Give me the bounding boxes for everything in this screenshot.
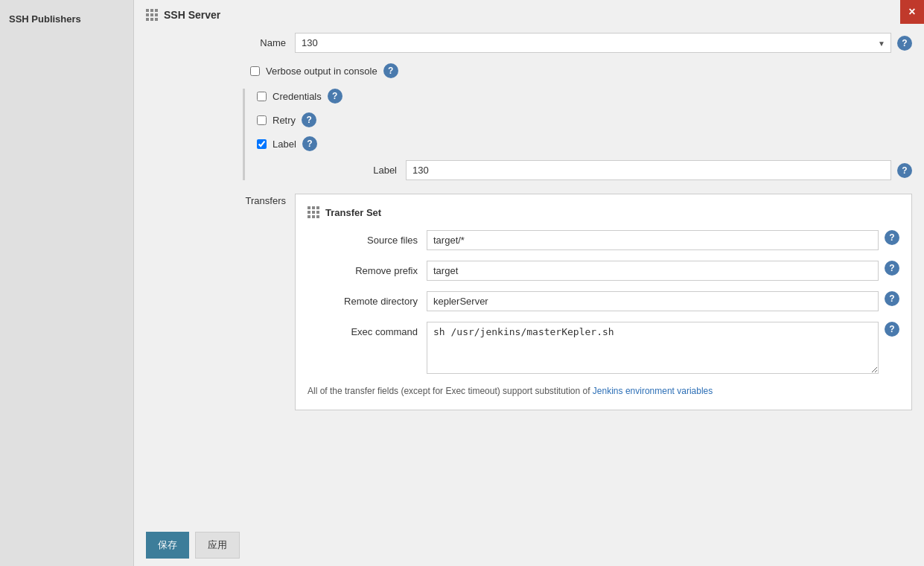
remote-directory-help-icon[interactable]: ?	[885, 291, 899, 306]
remove-prefix-label: Remove prefix	[308, 261, 427, 276]
bottom-bar: 保存 应用	[134, 524, 924, 566]
source-files-label: Source files	[308, 230, 427, 246]
transfer-note: All of the transfer fields (except for E…	[308, 384, 899, 398]
grid-icon	[146, 9, 158, 21]
transfers-label: Transfers	[146, 191, 295, 206]
verbose-label: Verbose output in console	[266, 66, 377, 77]
credentials-help-icon[interactable]: ?	[328, 89, 342, 104]
name-control: 130 ▼ ?	[295, 33, 912, 53]
label-input[interactable]	[406, 160, 891, 180]
retry-checkbox[interactable]	[257, 115, 267, 125]
remote-directory-row: Remote directory ?	[308, 291, 899, 311]
credentials-checkbox[interactable]	[257, 92, 267, 101]
label-input-help-icon[interactable]: ?	[897, 163, 912, 178]
apply-button[interactable]: 应用	[195, 532, 240, 559]
transfers-row: Transfers Transfer Set	[146, 191, 912, 410]
name-help-icon[interactable]: ?	[897, 36, 912, 51]
remove-prefix-input[interactable]	[427, 261, 879, 281]
transfers-section: Transfer Set Source files ? R	[295, 194, 912, 410]
remove-prefix-control: ?	[427, 261, 899, 281]
ssh-server-title: SSH Server	[164, 9, 220, 21]
exec-command-label: Exec command	[308, 322, 427, 337]
verbose-help-icon[interactable]: ?	[383, 63, 398, 78]
ssh-server-header: SSH Server	[146, 9, 912, 21]
label-input-row: Label ?	[257, 160, 912, 180]
note-text-main: All of the transfer fields (except for E…	[308, 386, 593, 396]
exec-command-input[interactable]: sh /usr/jenkins/masterKepler.sh	[427, 322, 879, 374]
main-content: × SSH Server Name 130	[134, 0, 924, 566]
source-files-help-icon[interactable]: ?	[885, 230, 899, 245]
exec-command-row: Exec command sh /usr/jenkins/masterKeple…	[308, 322, 899, 374]
save-button[interactable]: 保存	[146, 532, 189, 559]
label-help-icon[interactable]: ?	[302, 136, 317, 151]
name-select-wrapper: 130 ▼	[295, 33, 891, 53]
retry-label: Retry	[273, 115, 296, 126]
verbose-checkbox[interactable]	[250, 66, 260, 76]
exec-command-control: sh /usr/jenkins/masterKepler.sh ?	[427, 322, 899, 374]
sidebar: SSH Publishers	[0, 0, 134, 566]
remote-directory-label: Remote directory	[308, 291, 427, 307]
name-label: Name	[146, 37, 295, 48]
remove-prefix-help-icon[interactable]: ?	[885, 261, 899, 276]
source-files-row: Source files ?	[308, 230, 899, 250]
remote-directory-input[interactable]	[427, 291, 879, 311]
credentials-label: Credentials	[273, 91, 322, 102]
transfer-grid-icon	[308, 206, 319, 218]
jenkins-env-vars-link[interactable]: Jenkins environment variables	[593, 386, 713, 396]
transfer-set-title: Transfer Set	[325, 207, 381, 218]
transfers-content: Transfer Set Source files ? R	[295, 191, 912, 410]
close-button[interactable]: ×	[900, 0, 924, 24]
name-select[interactable]: 130	[295, 33, 891, 53]
source-files-input[interactable]	[427, 230, 879, 250]
name-row: Name 130 ▼ ?	[146, 33, 912, 53]
source-files-control: ?	[427, 230, 899, 250]
label-input-control: ?	[406, 160, 912, 180]
exec-command-help-icon[interactable]: ?	[885, 322, 899, 337]
sidebar-title: SSH Publishers	[0, 7, 133, 31]
remove-prefix-row: Remove prefix ?	[308, 261, 899, 281]
label-checkbox-label: Label	[273, 139, 296, 150]
label-input-label: Label	[257, 165, 406, 176]
remote-directory-control: ?	[427, 291, 899, 311]
label-checkbox[interactable]	[257, 139, 267, 149]
transfer-set-header: Transfer Set	[308, 206, 899, 218]
retry-help-icon[interactable]: ?	[302, 112, 316, 127]
